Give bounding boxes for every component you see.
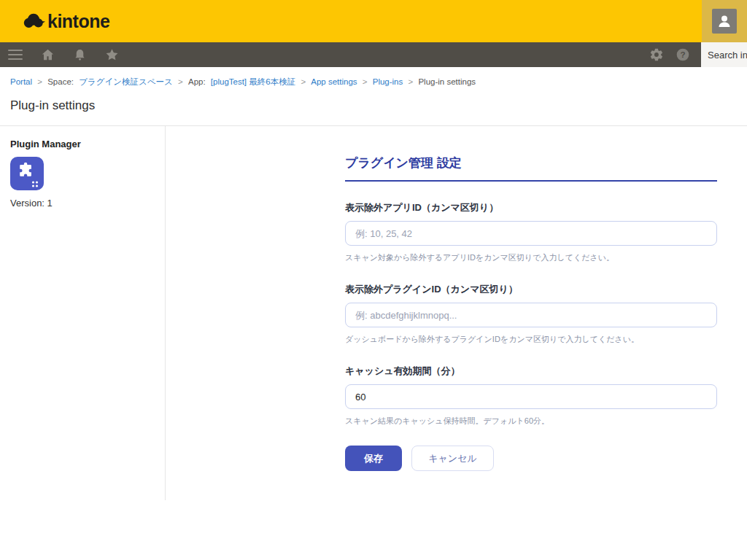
excluded-app-ids-label: 表示除外アプリID（カンマ区切り）: [345, 201, 717, 214]
form-heading: プラグイン管理 設定: [345, 155, 717, 182]
cache-duration-input[interactable]: [345, 384, 717, 409]
save-button[interactable]: 保存: [345, 446, 402, 471]
cancel-button[interactable]: キャンセル: [411, 446, 494, 471]
cache-duration-help: スキャン結果のキャッシュ保持時間。デフォルト60分。: [345, 416, 717, 427]
page-title: Plug-in settings: [0, 87, 747, 113]
favorites-star-icon[interactable]: [104, 47, 120, 63]
search-input[interactable]: Search in: [701, 42, 747, 67]
kintone-logo[interactable]: kintone: [22, 11, 109, 32]
help-icon[interactable]: ?: [675, 47, 691, 63]
plugin-version-label: Version: 1: [10, 198, 165, 209]
breadcrumb-space-link[interactable]: プラグイン検証スペース: [79, 77, 173, 86]
home-icon[interactable]: [39, 47, 55, 63]
breadcrumb-app-prefix: App:: [188, 77, 206, 86]
kintone-cloud-icon: [22, 12, 45, 31]
user-menu-button[interactable]: [702, 0, 747, 42]
breadcrumb-separator: >: [408, 77, 413, 86]
notification-bell-icon[interactable]: [71, 47, 88, 63]
plugin-puzzle-icon[interactable]: [10, 157, 44, 190]
content-area: Plugin Manager Version: 1 プラグイン管理 設定 表: [0, 126, 747, 500]
cache-duration-label: キャッシュ有効期間（分）: [345, 365, 717, 378]
breadcrumb: Portal > Space: プラグイン検証スペース > App: [plug…: [0, 67, 747, 87]
breadcrumb-separator: >: [178, 77, 183, 86]
cache-duration-field-group: キャッシュ有効期間（分） スキャン結果のキャッシュ保持時間。デフォルト60分。: [345, 365, 717, 427]
form-actions: 保存 キャンセル: [345, 446, 717, 500]
user-avatar-icon: [712, 9, 737, 34]
breadcrumb-portal-link[interactable]: Portal: [10, 77, 32, 86]
breadcrumb-app-link[interactable]: [plugTest] 最終6本検証: [211, 77, 295, 86]
plugin-sidebar: Plugin Manager Version: 1: [0, 126, 166, 500]
excluded-plugin-ids-label: 表示除外プラグインID（カンマ区切り）: [345, 283, 717, 296]
excluded-app-ids-input[interactable]: [345, 221, 717, 246]
excluded-plugin-ids-input[interactable]: [345, 303, 717, 327]
settings-main-panel: プラグイン管理 設定 表示除外アプリID（カンマ区切り） スキャン対象から除外す…: [166, 126, 747, 500]
global-nav-bar: ? Search in: [0, 42, 747, 67]
settings-form: プラグイン管理 設定 表示除外アプリID（カンマ区切り） スキャン対象から除外す…: [345, 155, 717, 500]
nav-right-group: ? Search in: [649, 42, 747, 67]
excluded-app-ids-field-group: 表示除外アプリID（カンマ区切り） スキャン対象から除外するアプリIDをカンマ区…: [345, 201, 717, 263]
plugin-name-label: Plugin Manager: [10, 139, 165, 149]
kintone-logo-text: kintone: [47, 11, 109, 32]
breadcrumb-current-page: Plug-in settings: [418, 77, 476, 86]
excluded-plugin-ids-help: ダッシュボードから除外するプラグインIDをカンマ区切りで入力してください。: [345, 334, 717, 345]
settings-gear-icon[interactable]: [649, 47, 665, 63]
breadcrumb-separator: >: [37, 77, 42, 86]
excluded-app-ids-help: スキャン対象から除外するアプリIDをカンマ区切りで入力してください。: [345, 252, 717, 263]
top-header-bar: kintone: [0, 0, 747, 42]
breadcrumb-separator: >: [363, 77, 368, 86]
breadcrumb-separator: >: [301, 77, 306, 86]
hamburger-menu-icon[interactable]: [7, 47, 23, 63]
breadcrumb-app-settings-link[interactable]: App settings: [311, 77, 357, 86]
excluded-plugin-ids-field-group: 表示除外プラグインID（カンマ区切り） ダッシュボードから除外するプラグインID…: [345, 283, 717, 345]
breadcrumb-plugins-link[interactable]: Plug-ins: [373, 77, 403, 86]
nav-left-group: [7, 47, 120, 63]
svg-text:?: ?: [680, 50, 685, 59]
breadcrumb-space-prefix: Space:: [47, 77, 74, 86]
search-placeholder-text: Search in: [708, 50, 747, 61]
